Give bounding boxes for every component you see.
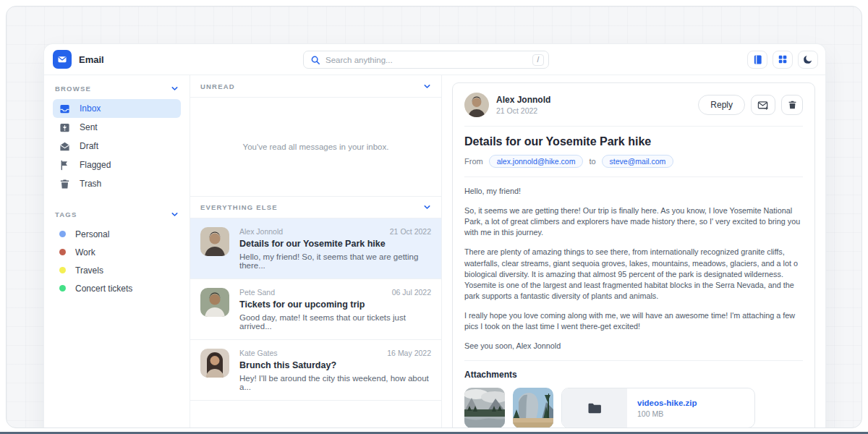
attachment-file-card[interactable]: videos-hike.zip 100 MB: [561, 388, 755, 428]
search-icon: [310, 55, 320, 65]
sent-icon: [59, 122, 70, 133]
tag-item-work[interactable]: Work: [53, 243, 181, 261]
search-input[interactable]: [326, 56, 532, 64]
flag-icon: [59, 160, 70, 171]
unread-label: UNREAD: [200, 82, 235, 90]
file-name: videos-hike.zip: [637, 399, 744, 407]
tags-section: TAGS Personal Work: [53, 210, 181, 297]
tag-label: Personal: [75, 229, 109, 239]
unread-empty-message: You've read all messages in your inbox.: [190, 98, 441, 196]
tag-color-dot: [59, 285, 66, 292]
detail-sender-block: Alex Jonnold 21 Oct 2022: [496, 95, 550, 115]
addressbook-button[interactable]: [747, 51, 767, 69]
sidebar: BROWSE Inbox Sent: [44, 75, 190, 428]
tag-color-dot: [59, 249, 66, 255]
mail-subject: Brunch this Saturday?: [239, 360, 431, 370]
draft-icon: [59, 141, 70, 152]
avatar: [200, 227, 229, 256]
unread-section-header[interactable]: UNREAD: [190, 75, 441, 98]
sidebar-item-label: Flagged: [80, 160, 111, 170]
forward-mail-button[interactable]: [751, 95, 775, 115]
mail-list-item[interactable]: Pete Sand 06 Jul 2022 Tickets for our up…: [190, 279, 441, 340]
tag-label: Work: [75, 247, 95, 258]
message-list-column: UNREAD You've read all messages in your …: [190, 75, 442, 428]
chevron-down-icon[interactable]: [171, 210, 179, 218]
moon-icon: [803, 54, 813, 64]
tag-label: Travels: [75, 265, 103, 276]
sidebar-item-label: Draft: [80, 141, 98, 151]
attachment-photo-el-capitan[interactable]: [513, 388, 553, 428]
browse-section-header[interactable]: BROWSE: [53, 85, 181, 93]
dark-mode-toggle[interactable]: [798, 51, 818, 69]
body-paragraph: There are plenty of amazing things to se…: [464, 247, 803, 302]
tag-item-travels[interactable]: Travels: [53, 261, 181, 279]
message-detail-column: Alex Jonnold 21 Oct 2022 Reply: [442, 75, 825, 428]
search-shortcut-key: /: [532, 54, 544, 66]
attachments-label: Attachments: [464, 370, 803, 380]
message-detail-card: Alex Jonnold 21 Oct 2022 Reply: [452, 82, 815, 428]
sidebar-item-trash[interactable]: Trash: [53, 174, 181, 193]
to-label: to: [589, 157, 595, 166]
chevron-down-icon[interactable]: [171, 85, 179, 93]
delete-mail-button[interactable]: [781, 95, 803, 115]
attachments-row: videos-hike.zip 100 MB: [464, 388, 803, 428]
from-to-row: From alex.jonnold@hike.com to steve@mail…: [464, 155, 803, 168]
from-email-chip[interactable]: alex.jonnold@hike.com: [489, 155, 584, 168]
detail-actions: Reply: [698, 95, 803, 115]
avatar: [464, 93, 489, 117]
sidebar-item-inbox[interactable]: Inbox: [53, 99, 181, 118]
detail-subject: Details for our Yosemite Park hike: [464, 135, 803, 148]
tag-color-dot: [59, 231, 66, 237]
mail-date: 06 Jul 2022: [392, 288, 431, 297]
mail-forward-icon: [757, 100, 769, 111]
mail-preview: Hey! I'll be around the city this weeken…: [239, 374, 431, 391]
reply-button[interactable]: Reply: [698, 95, 745, 115]
tag-color-dot: [59, 267, 66, 273]
file-thumb: [562, 388, 627, 427]
mail-subject: Tickets for our upcoming trip: [239, 299, 431, 310]
tag-label: Concert tickets: [75, 284, 132, 294]
body-paragraph: See you soon, Alex Jonnold: [464, 341, 803, 352]
sidebar-item-sent[interactable]: Sent: [53, 118, 181, 137]
file-size: 100 MB: [637, 409, 744, 418]
desktop-background: Email /: [6, 6, 862, 428]
sidebar-item-label: Trash: [80, 179, 101, 189]
inbox-icon: [59, 103, 70, 114]
tag-item-concert-tickets[interactable]: Concert tickets: [53, 279, 181, 297]
mail-list-item[interactable]: Kate Gates 16 May 2022 Brunch this Satur…: [190, 340, 441, 401]
search-bar[interactable]: /: [303, 51, 549, 69]
message-body: Hello, my friend! So, it seems we are ge…: [464, 186, 803, 352]
body-paragraph: Hello, my friend!: [464, 186, 803, 197]
apps-button[interactable]: [773, 51, 793, 69]
avatar: [200, 349, 229, 378]
trash-icon: [788, 100, 797, 110]
mail-sender: Kate Gates: [239, 349, 278, 357]
chevron-down-icon[interactable]: [423, 82, 431, 90]
sidebar-item-draft[interactable]: Draft: [53, 137, 181, 156]
chevron-down-icon[interactable]: [423, 203, 431, 211]
tags-label: TAGS: [55, 210, 77, 218]
mail-date: 21 Oct 2022: [390, 227, 431, 236]
app-title: Email: [79, 54, 104, 65]
tags-section-header[interactable]: TAGS: [53, 210, 181, 218]
mail-sender: Pete Sand: [239, 288, 275, 297]
to-email-chip[interactable]: steve@mail.com: [602, 155, 674, 168]
sidebar-item-flagged[interactable]: Flagged: [53, 156, 181, 174]
top-bar: Email /: [44, 44, 825, 75]
tag-item-personal[interactable]: Personal: [53, 225, 181, 243]
body-paragraph: I really hope you love coming along with…: [464, 310, 803, 332]
attachment-photo-yosemite-valley[interactable]: [464, 388, 505, 428]
mail-preview: Hello, my friend! So, it seems that we a…: [239, 252, 431, 270]
mail-sender: Alex Jonnold: [239, 227, 283, 236]
divider: [464, 360, 803, 361]
everything-else-label: EVERYTHING ELSE: [200, 203, 278, 211]
everything-else-section-header[interactable]: EVERYTHING ELSE: [190, 196, 441, 218]
mail-date: 16 May 2022: [387, 349, 431, 357]
topbar-actions: [747, 51, 818, 69]
trash-icon: [59, 179, 70, 190]
mail-list-item[interactable]: Alex Jonnold 21 Oct 2022 Details for our…: [190, 218, 441, 279]
email-app-window: Email /: [44, 44, 825, 428]
mail-preview: Good day, mate! It seems that our ticket…: [239, 313, 431, 331]
book-icon: [752, 54, 763, 65]
detail-sender-name: Alex Jonnold: [496, 95, 550, 105]
